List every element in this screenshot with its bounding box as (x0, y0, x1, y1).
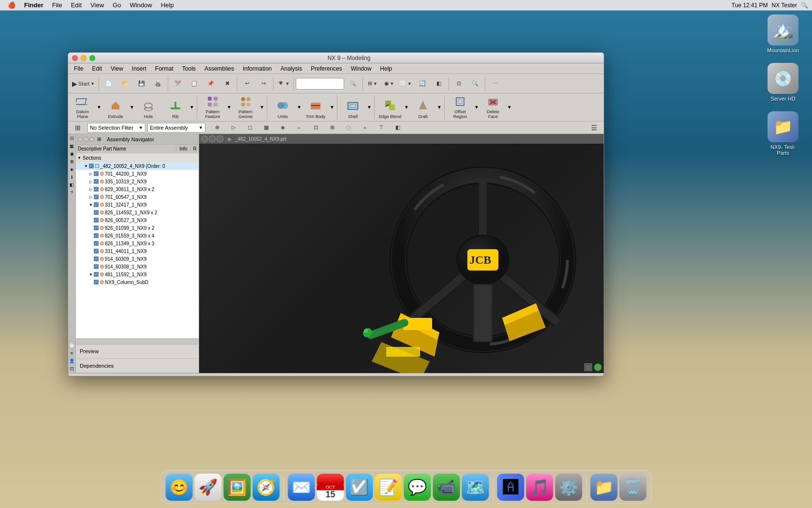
dock-maps[interactable]: 🗺️ (462, 474, 489, 501)
paste-button[interactable]: 📌 (203, 76, 218, 91)
dock-notes[interactable]: 📝 (375, 474, 402, 501)
pattern-feature-button[interactable]: Pattern Feature (200, 95, 225, 120)
snap2-button[interactable]: ▷ (226, 120, 241, 135)
close-button[interactable] (72, 55, 78, 61)
menubar-search-icon[interactable]: 🔍 (801, 2, 808, 9)
desktop-icon-serverhd[interactable]: 💿 Server HD (764, 63, 802, 102)
item12-expand-icon[interactable] (88, 256, 93, 261)
dim-tool[interactable]: ↕▼ (257, 375, 267, 377)
dock-facetime[interactable]: 📹 (433, 474, 460, 501)
undo-sketch-button[interactable]: ↩ (120, 375, 130, 377)
open-button[interactable]: 📂 (117, 76, 133, 91)
item2-expand-icon[interactable]: ▷ (88, 179, 93, 184)
dock-itunes[interactable]: 🎵 (526, 474, 553, 501)
item4-expand-icon[interactable]: ▷ (88, 194, 93, 199)
tree-item-9[interactable]: ✓ ⚙ 826_01559_3_NX9 x 4 (76, 232, 199, 239)
constraint-tool[interactable]: ⊥▼ (241, 375, 252, 377)
item13-expand-icon[interactable] (88, 264, 93, 269)
trim-tool[interactable]: ✂ (215, 375, 225, 377)
dock-mail[interactable]: ✉️ (288, 474, 315, 501)
apple-menu[interactable]: 🍎 (4, 0, 19, 11)
nx-menu-edit[interactable]: Edit (88, 64, 106, 73)
save-button[interactable]: 💾 (134, 76, 149, 91)
item10-checkbox[interactable]: ✓ (94, 241, 99, 246)
viewport-3d-area[interactable]: JCB (199, 144, 604, 373)
dock-sysprefs[interactable]: ⚙️ (555, 474, 582, 501)
hole-button[interactable]: Hole (136, 95, 161, 120)
item8-checkbox[interactable]: ✓ (94, 225, 99, 230)
cut-button[interactable]: ✂️ (170, 76, 186, 91)
pattern-geome-arrow[interactable]: ▼ (260, 105, 264, 110)
sections-header[interactable]: ▼ Sections (76, 153, 199, 162)
grid-button[interactable]: ⊞▼ (365, 76, 380, 91)
tree-item-12[interactable]: ✓ ⚙ 914_60309_1_NX9 (76, 255, 199, 263)
unite-button[interactable]: Unite (270, 95, 295, 120)
nx-menu-information[interactable]: Information (239, 64, 276, 73)
sidebar-icon-4[interactable]: ⊞ (69, 158, 75, 165)
item3-checkbox[interactable]: ✓ (94, 187, 99, 192)
nx-menu-analysis[interactable]: Analysis (276, 64, 306, 73)
draft-arrow[interactable]: ▼ (437, 105, 441, 110)
item5-checkbox[interactable]: ✓ (94, 202, 99, 207)
redo-button[interactable]: ↪ (256, 76, 271, 91)
tree-item-2[interactable]: ▷ ✓ ⚙ 335_10319_2_NX9 (76, 178, 199, 185)
sidebar-icon-7[interactable]: ◧ (69, 181, 75, 188)
extend-tool[interactable]: ↔ (226, 375, 237, 377)
datum-plane-button[interactable]: Datum Plane (70, 95, 95, 120)
snap9-button[interactable]: ◌ (341, 120, 356, 135)
item4-checkbox[interactable]: ✓ (94, 194, 99, 199)
tree-item-11[interactable]: ✓ ⚙ 331_44011_1_NX9 (76, 247, 199, 255)
fit-button[interactable]: ⊡ (451, 76, 466, 91)
item9-expand-icon[interactable] (88, 233, 93, 238)
nx-menu-file[interactable]: File (70, 64, 87, 73)
circle-tool[interactable]: ○ (158, 375, 169, 377)
line-tool[interactable]: / (135, 375, 145, 377)
dock-launchpad[interactable]: 🚀 (195, 474, 222, 501)
item11-expand-icon[interactable] (88, 249, 93, 254)
tree-item-4[interactable]: ▷ ✓ ⚙ 701_60547_1_NX9 (76, 193, 199, 201)
dock-folder[interactable]: 📁 (591, 474, 618, 501)
tree-item-8[interactable]: ✓ ⚙ 826_01099_1_NX9 x 2 (76, 224, 199, 232)
menubar-edit[interactable]: Edit (67, 0, 86, 11)
delete-face-arrow[interactable]: ▼ (508, 105, 511, 110)
item12-checkbox[interactable]: ✓ (94, 256, 99, 261)
tree-item-5[interactable]: ▼ ✓ ⚙ 331_32417_1_NX9 (76, 201, 199, 209)
offset-region-button[interactable]: Offset Region (448, 95, 473, 120)
nx-menu-tools[interactable]: Tools (178, 64, 200, 73)
item15-checkbox[interactable]: ✓ (94, 280, 99, 284)
snap-button[interactable]: ◉▼ (381, 76, 397, 91)
copy-button[interactable]: 📋 (187, 76, 202, 91)
item14-expand-icon[interactable]: ▼ (88, 272, 93, 277)
tree-item-6[interactable]: ✓ ⚙ 826_11459Z_1_NX9 x 2 (76, 209, 199, 216)
tree-item-3[interactable]: ▷ ✓ ⚙ 829_30811_1_NX9 x 2 (76, 185, 199, 193)
rib-button[interactable]: Rib (163, 95, 188, 120)
corner-tool[interactable]: ⌐ (170, 375, 180, 377)
item10-expand-icon[interactable] (88, 241, 93, 246)
display-button[interactable]: 👁️▼ (276, 76, 291, 91)
tree-item-14[interactable]: ▼ ✓ ⚙ 481_11592_1_NX9 (76, 270, 199, 278)
edge-blend-arrow[interactable]: ▼ (405, 105, 408, 110)
preview-button[interactable]: Preview (76, 344, 199, 359)
nx-menu-window[interactable]: Window (347, 64, 376, 73)
desktop-icon-mountainlion[interactable]: 🏔️ MountainLion (764, 15, 802, 53)
menubar-finder[interactable]: Finder (20, 0, 47, 11)
desktop-icon-nx9parts[interactable]: 📁 NX9- Test- Parts (764, 111, 802, 156)
viewport-btn-1[interactable] (201, 135, 208, 142)
item2-checkbox[interactable]: ✓ (94, 179, 99, 184)
print-button[interactable]: 🖨️ (150, 76, 166, 91)
snap5-button[interactable]: ◈ (275, 120, 290, 135)
dock-calendar[interactable]: OCT 15 (317, 474, 344, 501)
datum-plane-arrow[interactable]: ▼ (97, 105, 101, 110)
snap6-button[interactable]: ↔ (291, 120, 307, 135)
item1-checkbox[interactable]: ✓ (94, 171, 99, 176)
tree-item-15[interactable]: ✓ ⚙ NX9_Column_SubD (76, 278, 199, 286)
search-button[interactable]: 🔍 (345, 76, 361, 91)
dock-trash[interactable]: 🗑️ (620, 474, 647, 501)
item15-expand-icon[interactable] (88, 280, 93, 284)
root-expand-icon[interactable]: ▼ (84, 164, 88, 168)
sidebar-icon-2[interactable]: ▦ (69, 143, 75, 149)
snap7-button[interactable]: ⊡ (308, 120, 323, 135)
finish-sketch-button[interactable]: Finish Sketch (82, 375, 114, 377)
nav-h-scrollbar[interactable] (76, 338, 199, 344)
item1-expand-icon[interactable]: ▷ (88, 171, 93, 176)
